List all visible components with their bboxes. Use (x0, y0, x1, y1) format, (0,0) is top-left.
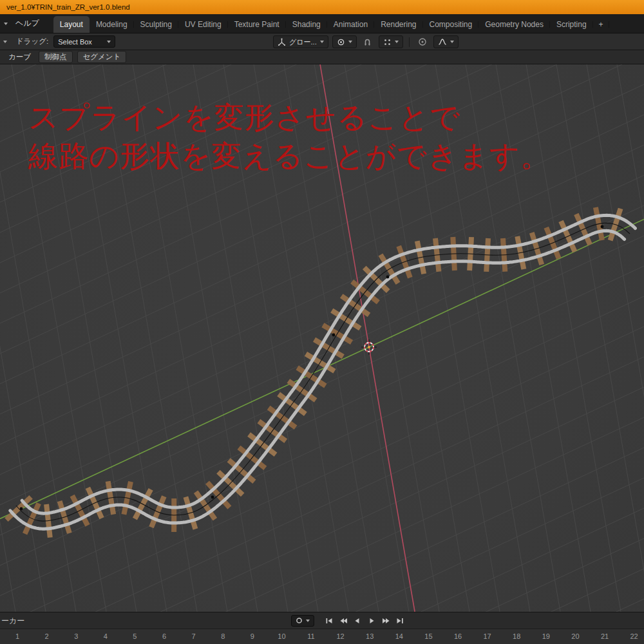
proportional-editing-toggle[interactable] (415, 35, 430, 48)
snap-target-dropdown[interactable] (379, 35, 403, 48)
transform-orientation-dropdown[interactable]: グロー... (273, 35, 328, 48)
tool-settings-bar: ドラッグ: Select Box グロー... (0, 33, 644, 50)
frame-number[interactable]: 14 (395, 632, 403, 640)
curve-control-point[interactable] (20, 507, 23, 511)
workspace-tabs: LayoutModelingSculptingUV EditingTexture… (53, 14, 609, 33)
chevron-down-icon (306, 620, 310, 622)
frame-number[interactable]: 3 (74, 632, 78, 640)
workspace-tab-animation[interactable]: Animation (327, 16, 374, 33)
viewport-tool-options: グロー... (273, 33, 459, 50)
previous-keyframe-icon (339, 617, 348, 625)
workspace-tab-uv-editing[interactable]: UV Editing (178, 16, 228, 33)
jump-to-start-icon (325, 617, 334, 625)
chevron-down-icon (320, 41, 324, 43)
frame-number[interactable]: 5 (133, 632, 137, 640)
viewport-menu-control-points[interactable]: 制御点 (39, 51, 73, 63)
previous-keyframe-button[interactable] (337, 615, 350, 627)
timeline-header: ーカー (0, 612, 644, 629)
workspace-tab-geometry-nodes[interactable]: Geometry Nodes (478, 16, 550, 33)
frame-number[interactable]: 10 (278, 632, 285, 640)
transport-buttons (323, 615, 406, 627)
frame-number[interactable]: 16 (454, 632, 462, 640)
marker-menu[interactable]: ーカー (1, 615, 24, 626)
frame-number[interactable]: 6 (162, 632, 166, 640)
workspace-tab-layout[interactable]: Layout (53, 16, 90, 33)
snap-magnet-icon (363, 38, 372, 46)
chevron-down-icon (450, 41, 454, 43)
chevron-down-icon (395, 41, 399, 43)
drag-label: ドラッグ: (16, 37, 48, 46)
viewport-3d[interactable]: スプラインを変形させることで 線路の形状を変えることができます。 (0, 64, 644, 612)
toolbar-separator (409, 37, 410, 47)
workspace-tab-texture-paint[interactable]: Texture Paint (228, 16, 286, 33)
workspace-tab-modeling[interactable]: Modeling (90, 16, 134, 33)
snap-toggle-button[interactable] (361, 35, 375, 48)
orientation-value: グロー... (289, 37, 317, 47)
frame-number[interactable]: 15 (424, 632, 432, 640)
workspace-tab-compositing[interactable]: Compositing (423, 16, 479, 33)
play-reverse-button[interactable] (351, 615, 364, 627)
curve-control-point[interactable] (332, 334, 336, 337)
frame-number[interactable]: 2 (45, 632, 49, 640)
frame-number[interactable]: 18 (513, 632, 520, 640)
play-reverse-icon (353, 617, 362, 625)
record-circle-icon (296, 617, 303, 624)
transform-orientation-icon (278, 38, 286, 46)
curve-control-point[interactable] (601, 225, 604, 229)
viewport-menu-segments[interactable]: セグメント (77, 51, 127, 63)
frame-number[interactable]: 20 (571, 632, 579, 640)
snap-target-icon (383, 38, 392, 46)
chevron-down-icon (348, 41, 352, 43)
frame-number[interactable]: 9 (251, 632, 254, 640)
chevron-down-icon (4, 23, 8, 25)
frame-number[interactable]: 11 (307, 632, 314, 640)
viewport-grid (0, 64, 644, 612)
auto-keying-dropdown[interactable] (291, 615, 314, 627)
workspace-tab-scripting[interactable]: Scripting (550, 16, 593, 33)
proportional-falloff-icon (438, 38, 447, 46)
playback-controls (291, 615, 406, 627)
proportional-falloff-dropdown[interactable] (433, 35, 459, 48)
jump-to-end-icon (395, 617, 404, 625)
next-keyframe-icon (381, 617, 390, 625)
railway-track[interactable] (5, 207, 635, 538)
blender-window: ver_1.0¥TRIN_train_ZR_ver1.0.blend ヘルプ L… (0, 0, 644, 644)
workspace-tab-shading[interactable]: Shading (286, 16, 327, 33)
topbar-menus: ヘルプ (0, 14, 53, 33)
viewport-menu-curve[interactable]: カーブ (5, 51, 34, 63)
workspace-tab-rendering[interactable]: Rendering (374, 16, 422, 33)
frame-number[interactable]: 19 (542, 632, 550, 640)
pivot-point-icon (337, 38, 345, 46)
curve-control-point[interactable] (386, 276, 390, 279)
jump-to-start-button[interactable] (323, 615, 336, 627)
frame-number[interactable]: 4 (104, 632, 108, 640)
frame-number[interactable]: 13 (366, 632, 374, 640)
topbar: ヘルプ LayoutModelingSculptingUV EditingTex… (0, 14, 644, 33)
select-mode-value: Select Box (58, 38, 92, 46)
pivot-point-dropdown[interactable] (332, 35, 357, 48)
frame-number[interactable]: 1 (15, 632, 19, 640)
select-mode-dropdown[interactable]: Select Box (53, 35, 115, 48)
workspace-tab-add-workspace[interactable]: + (593, 16, 609, 33)
next-keyframe-button[interactable] (379, 615, 392, 627)
frame-number[interactable]: 8 (221, 632, 225, 640)
frame-number[interactable]: 12 (336, 632, 344, 640)
window-titlebar[interactable]: ver_1.0¥TRIN_train_ZR_ver1.0.blend (0, 0, 644, 14)
frame-number[interactable]: 17 (483, 632, 491, 640)
viewport-canvas[interactable] (0, 64, 644, 612)
window-title: ver_1.0¥TRIN_train_ZR_ver1.0.blend (6, 3, 130, 11)
play-icon (367, 617, 376, 625)
chevron-down-icon (107, 41, 111, 43)
tool-dropdown-chevron-icon[interactable] (3, 41, 7, 43)
timeline-ruler[interactable]: 12345678910111213141516171819202122 (0, 629, 644, 644)
proportional-editing-icon (418, 37, 427, 46)
frame-number[interactable]: 7 (192, 632, 196, 640)
workspace-tab-sculpting[interactable]: Sculpting (134, 16, 178, 33)
cursor-3d[interactable] (361, 339, 377, 355)
curve-control-point[interactable] (211, 496, 214, 499)
play-button[interactable] (365, 615, 378, 627)
frame-number[interactable]: 21 (601, 632, 609, 640)
frame-number[interactable]: 22 (630, 632, 638, 640)
menu-help[interactable]: ヘルプ (12, 17, 43, 30)
jump-to-end-button[interactable] (393, 615, 406, 627)
